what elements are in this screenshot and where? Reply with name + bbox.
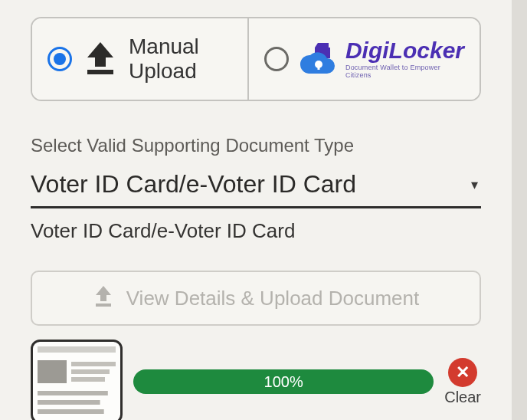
upload-method-group: Manual Upload: [31, 17, 481, 101]
doc-type-selected: Voter ID Card/e-Voter ID Card: [31, 170, 356, 199]
manual-upload-option[interactable]: Manual Upload: [32, 18, 247, 100]
view-details-button[interactable]: View Details & Upload Document: [31, 271, 481, 326]
doc-type-echo: Voter ID Card/e-Voter ID Card: [31, 219, 481, 243]
digilocker-tagline: Document Wallet to Empower Citizens: [345, 64, 464, 79]
chevron-down-icon: ▾: [471, 176, 478, 193]
manual-upload-label: Manual Upload: [129, 34, 199, 84]
upload-progress-bar: 100%: [133, 369, 434, 394]
upload-progress-text: 100%: [264, 373, 303, 391]
document-thumbnail[interactable]: [31, 340, 123, 420]
close-icon: ✕: [448, 358, 477, 387]
radio-unchecked-icon: [264, 47, 289, 71]
digilocker-title: DigiLocker: [345, 39, 464, 62]
clear-label: Clear: [444, 389, 481, 406]
upload-icon: [83, 39, 118, 79]
digilocker-cloud-icon: [300, 41, 338, 77]
doc-type-label: Select Valid Supporting Document Type: [31, 135, 481, 156]
svg-rect-0: [87, 70, 113, 74]
upload-small-icon: [93, 284, 114, 313]
view-details-label: View Details & Upload Document: [126, 287, 419, 310]
scrollbar-gutter[interactable]: [512, 0, 527, 420]
uploaded-file-row: 100% ✕ Clear: [31, 340, 481, 420]
clear-upload-button[interactable]: ✕ Clear: [444, 358, 481, 406]
doc-type-select[interactable]: Voter ID Card/e-Voter ID Card ▾: [31, 162, 481, 208]
svg-rect-4: [96, 304, 111, 307]
svg-rect-3: [317, 64, 319, 70]
radio-checked-icon: [47, 47, 72, 71]
digilocker-option[interactable]: DigiLocker Document Wallet to Empower Ci…: [247, 18, 480, 100]
